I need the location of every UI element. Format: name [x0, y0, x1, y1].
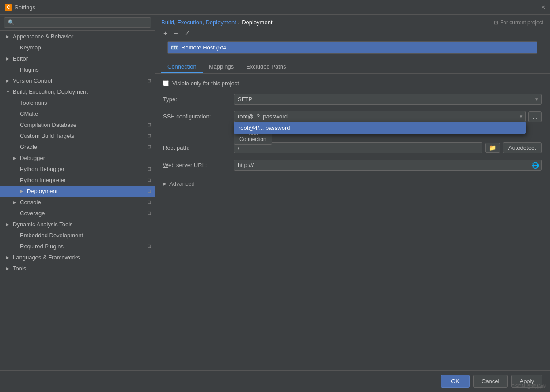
type-control: SFTP FTP Local ▼: [234, 94, 542, 105]
expand-arrow: ▶: [6, 78, 11, 83]
ssh-dropdown-arrow-icon[interactable]: ▼: [519, 114, 523, 119]
server-icon: FTP: [171, 45, 178, 50]
form-area: Visible only for this project Type: SFTP…: [155, 74, 550, 370]
sidebar-item-python-debugger[interactable]: Python Debugger ⊡: [0, 164, 155, 175]
sidebar-item-label: Console: [20, 199, 41, 206]
add-server-button[interactable]: +: [161, 29, 170, 38]
expand-arrow: ▶: [6, 56, 11, 61]
sidebar-item-label: Dynamic Analysis Tools: [13, 221, 73, 228]
web-server-label-underline: W: [163, 162, 168, 168]
sidebar-item-languages[interactable]: ▶ Languages & Frameworks: [0, 252, 155, 263]
sidebar-item-cmake[interactable]: CMake: [0, 108, 155, 119]
sidebar-item-python-interpreter[interactable]: Python Interpreter ⊡: [0, 175, 155, 186]
app-icon: C: [5, 4, 12, 11]
sidebar-item-label: Plugins: [20, 66, 39, 73]
root-path-row: Root path: 📁 Autodetect: [163, 142, 542, 153]
breadcrumb: Build, Execution, Deployment › Deploymen…: [161, 19, 543, 26]
sidebar-item-custom-build[interactable]: Custom Build Targets ⊡: [0, 130, 155, 141]
badge-icon: ⊡: [147, 144, 151, 150]
root-path-control: 📁 Autodetect: [234, 142, 542, 153]
ssh-config-wrapper: ▼ root@4/... password: [234, 111, 526, 122]
sidebar-item-version-control[interactable]: ▶ Version Control ⊡: [0, 75, 155, 86]
sidebar-item-label: Version Control: [13, 77, 52, 84]
sidebar-item-editor[interactable]: ▶ Editor: [0, 53, 155, 64]
ok-button[interactable]: OK: [441, 375, 470, 388]
for-current-project: ⊡ For current project: [494, 19, 543, 26]
expand-arrow: ▶: [6, 34, 11, 39]
visible-only-row: Visible only for this project: [163, 80, 542, 87]
sidebar-item-build-exec-deploy[interactable]: ▼ Build, Execution, Deployment: [0, 86, 155, 97]
sidebar-item-debugger[interactable]: ▶ Debugger: [0, 152, 155, 164]
sidebar-item-label: Python Interpreter: [20, 177, 66, 183]
ssh-config-input[interactable]: [234, 111, 526, 122]
tab-excluded-paths[interactable]: Excluded Paths: [240, 61, 292, 73]
sidebar-item-coverage[interactable]: Coverage ⊡: [0, 208, 155, 219]
sidebar-item-label: Deployment: [27, 188, 57, 194]
search-input[interactable]: [4, 17, 151, 28]
type-select[interactable]: SFTP FTP Local: [234, 94, 542, 105]
badge-icon: ⊡: [147, 133, 151, 139]
root-path-folder-button[interactable]: 📁: [485, 143, 500, 153]
sidebar-item-label: Coverage: [20, 210, 45, 217]
sidebar-item-console[interactable]: ▶ Console ⊡: [0, 197, 155, 208]
web-server-input[interactable]: [234, 160, 542, 171]
visible-only-checkbox[interactable]: [163, 80, 169, 86]
sidebar-item-appearance[interactable]: ▶ Appearance & Behavior: [0, 31, 155, 42]
sidebar-item-label: Compilation Database: [20, 122, 76, 128]
server-list-item[interactable]: FTP Remote Host (5f4...: [168, 42, 537, 53]
sidebar-item-label: Python Debugger: [20, 166, 64, 172]
tab-mappings[interactable]: Mappings: [203, 61, 240, 73]
web-server-label: Web server URL:: [163, 162, 234, 168]
sidebar-item-label: Embedded Development: [20, 232, 83, 239]
sidebar-item-required-plugins[interactable]: Required Plugins ⊡: [0, 241, 155, 252]
type-label: Type:: [163, 96, 234, 103]
sidebar-item-label: Debugger: [20, 155, 45, 161]
web-server-control: 🌐: [234, 160, 542, 171]
badge-icon: ⊡: [147, 122, 151, 128]
tab-connection[interactable]: Connection: [161, 61, 203, 73]
ssh-config-more-button[interactable]: ...: [528, 111, 542, 122]
advanced-row[interactable]: ▶ Advanced: [163, 177, 542, 190]
sidebar-item-label: Languages & Frameworks: [13, 254, 80, 261]
sidebar-item-label: Editor: [13, 55, 28, 62]
autodetect-button[interactable]: Autodetect: [503, 142, 542, 153]
breadcrumb-parent[interactable]: Build, Execution, Deployment: [161, 19, 236, 26]
sidebar-item-label: Keymap: [20, 44, 41, 51]
sidebar-item-toolchains[interactable]: Toolchains: [0, 97, 155, 108]
web-url-wrapper: 🌐: [234, 160, 542, 171]
sidebar-item-label: Tools: [13, 265, 26, 272]
sidebar-item-embedded-dev[interactable]: Embedded Development: [0, 230, 155, 241]
badge-icon: ⊡: [147, 188, 151, 194]
badge-icon: ⊡: [147, 166, 151, 172]
badge-icon: ⊡: [147, 78, 151, 84]
sidebar-item-compilation-db[interactable]: Compilation Database ⊡: [0, 119, 155, 130]
for-current-project-label: For current project: [500, 19, 543, 26]
type-select-wrapper: SFTP FTP Local ▼: [234, 94, 542, 105]
settings-dialog: C Settings × ▶ Appearance & Behavior Key…: [0, 0, 550, 392]
expand-arrow: ▼: [6, 89, 11, 94]
visible-only-label: Visible only for this project: [172, 80, 239, 87]
globe-icon: 🌐: [531, 162, 539, 169]
remove-server-button[interactable]: −: [171, 29, 180, 38]
sidebar-item-dynamic-analysis[interactable]: ▶ Dynamic Analysis Tools: [0, 219, 155, 230]
ssh-config-row: SSH configuration: ▼ root@4/... password: [163, 111, 542, 122]
apply-server-button[interactable]: ✓: [182, 28, 192, 38]
sidebar-item-label: CMake: [20, 110, 38, 117]
server-name: Remote Host (5f4...: [181, 44, 231, 51]
breadcrumb-sep: ›: [238, 19, 240, 26]
title-bar-text: Settings: [15, 4, 35, 11]
badge-icon: ⊡: [147, 177, 151, 183]
sidebar-item-plugins[interactable]: Plugins: [0, 64, 155, 75]
sidebar-item-deployment[interactable]: ▶ Deployment ⊡: [0, 186, 155, 197]
sidebar-item-label: Appearance & Behavior: [13, 33, 73, 40]
ssh-config-label: SSH configuration:: [163, 113, 234, 120]
ssh-dropdown-value: root@4/... password: [239, 125, 290, 131]
close-button[interactable]: ×: [541, 4, 545, 11]
web-server-row: Web server URL: 🌐: [163, 160, 542, 171]
sidebar-item-tools[interactable]: ▶ Tools: [0, 263, 155, 274]
expand-arrow: ▶: [13, 156, 18, 160]
sidebar-item-gradle[interactable]: Gradle ⊡: [0, 141, 155, 152]
cancel-button[interactable]: Cancel: [473, 375, 508, 388]
sidebar-item-keymap[interactable]: Keymap: [0, 42, 155, 53]
ssh-dropdown-item[interactable]: root@4/... password: [234, 122, 525, 133]
